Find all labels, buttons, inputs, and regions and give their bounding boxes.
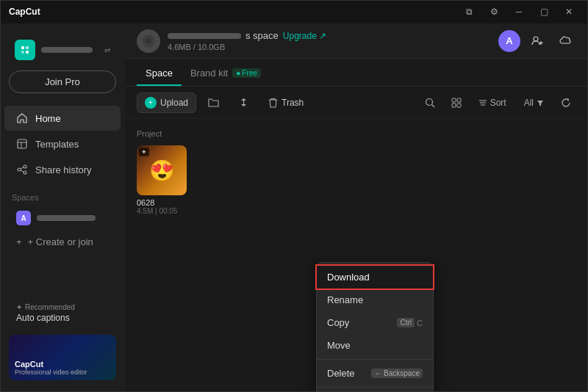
settings-button[interactable]: ⚙ [484,1,504,22]
toolbar-right: Sort All [420,92,576,113]
rename-label: Rename [327,294,363,305]
tab-brand-kit-label: Brand kit [190,68,228,79]
recommended-title: Auto captions [16,313,109,323]
expand-icon: ⇄ [104,46,110,54]
header-actions: A [498,30,576,52]
header-name-row: s space Upgrade ↗ [168,30,326,41]
svg-point-8 [24,165,26,168]
recommended-section: ✦ Recommended Auto captions [9,297,116,329]
folder-button[interactable] [201,93,226,112]
filter-button[interactable]: All [518,95,550,111]
svg-point-14 [146,38,151,44]
copy-label: Copy [327,317,349,328]
close-button[interactable]: ✕ [559,1,579,22]
download-label: Download [327,272,370,283]
home-icon [16,112,28,124]
backspace-key: ← Backspace [371,369,423,378]
sidebar-nav: Home Templates [0,102,125,186]
section-label: Project [137,129,576,138]
svg-rect-3 [21,51,24,54]
svg-rect-2 [26,46,29,49]
sort-button[interactable]: Sort [473,95,512,111]
join-pro-button[interactable]: Join Pro [9,70,116,93]
projects-grid: ✦ 😍 0628 4.5M | 00:05 [137,145,576,215]
sort-order-button[interactable] [231,93,257,112]
ctrl-key: Ctrl [397,318,415,327]
grid-view-button[interactable] [446,92,467,113]
pip-button[interactable]: ⧉ [459,1,479,22]
context-menu-rename[interactable]: Rename [317,288,433,311]
svg-point-15 [534,37,538,41]
space-name-blurred [37,215,96,221]
brand-kit-badge-text: Free [242,69,257,77]
cloud-icon[interactable] [554,30,576,52]
context-menu-move[interactable]: Move [317,334,433,357]
context-menu-download[interactable]: Download [317,266,433,288]
context-menu-delete[interactable]: Delete ← Backspace [317,362,433,385]
space-item[interactable]: A [4,206,121,231]
context-menu: Download Rename Copy Ctrl C Move [316,262,434,392]
create-join-icon: + [16,236,22,247]
upload-icon: + [145,97,157,109]
svg-rect-22 [457,98,461,102]
context-footer-divider [317,387,433,388]
star-icon: ✦ [16,303,22,311]
tabs-bar: Space Brand kit ● Free [125,59,588,87]
project-card[interactable]: ✦ 😍 0628 4.5M | 00:05 [137,145,187,215]
share-icon [16,164,28,175]
add-member-button[interactable] [526,30,548,52]
window-controls: ⧉ ⚙ ─ ▢ ✕ [459,1,579,22]
upload-button[interactable]: + Upload [137,92,196,113]
copy-shortcut: Ctrl C [397,318,423,327]
promo-title: CapCut [15,360,87,369]
minimize-button[interactable]: ─ [509,1,529,22]
app-body: ⇄ Join Pro Home [0,23,588,392]
refresh-button[interactable] [556,92,576,113]
toolbar: + Upload [125,87,588,119]
trash-label: Trash [282,98,304,108]
sidebar: ⇄ Join Pro Home [0,23,125,392]
templates-icon [16,138,28,150]
brand-kit-badge: ● Free [232,68,261,78]
sidebar-item-templates[interactable]: Templates [4,131,121,156]
header-storage: 4.6MB / 10.0GB [168,43,326,51]
sort-label: Sort [490,98,506,108]
promo-subtitle: Professional video editor [15,369,87,376]
toolbar-left: + Upload [137,92,311,113]
promo-content: CapCut Professional video editor [15,360,87,376]
content-area: Project ✦ 😍 0628 4.5M | 00:05 Download [125,119,588,392]
delete-label: Delete [327,368,355,379]
space-avatar: A [16,211,31,225]
svg-rect-4 [26,51,29,54]
sidebar-item-home[interactable]: Home [4,106,121,131]
svg-line-20 [431,104,434,107]
tab-brand-kit[interactable]: Brand kit ● Free [182,62,270,86]
header-space-label: s space [245,30,279,41]
capcut-promo[interactable]: CapCut Professional video editor [9,335,116,380]
svg-line-11 [21,167,24,169]
header-user-avatar[interactable]: A [498,30,520,52]
svg-marker-28 [537,101,543,106]
header-left: s space Upgrade ↗ 4.6MB / 10.0GB [137,29,326,53]
upgrade-button[interactable]: Upgrade ↗ [283,31,326,41]
project-badge: ✦ [139,148,149,156]
project-meta: 4.5M | 00:05 [137,207,187,215]
spaces-label: Spaces [0,186,125,205]
user-avatar-small [15,40,35,60]
context-divider [317,359,433,360]
sidebar-item-share-history[interactable]: Share history [4,157,121,182]
sidebar-item-home-label: Home [35,113,61,124]
sidebar-bottom: ✦ Recommended Auto captions CapCut Profe… [0,291,125,386]
svg-point-9 [18,168,21,171]
c-key: C [417,319,423,327]
search-button[interactable] [420,92,440,113]
context-menu-copy[interactable]: Copy Ctrl C [317,311,433,334]
maximize-button[interactable]: ▢ [534,1,554,22]
header-space-avatar [137,29,160,53]
svg-rect-1 [21,46,24,49]
create-or-join[interactable]: + + Create or join [4,231,121,253]
title-bar-left: CapCut [9,7,40,17]
trash-button[interactable]: Trash [261,94,311,112]
tab-space[interactable]: Space [137,62,182,86]
user-section[interactable]: ⇄ [9,35,116,65]
